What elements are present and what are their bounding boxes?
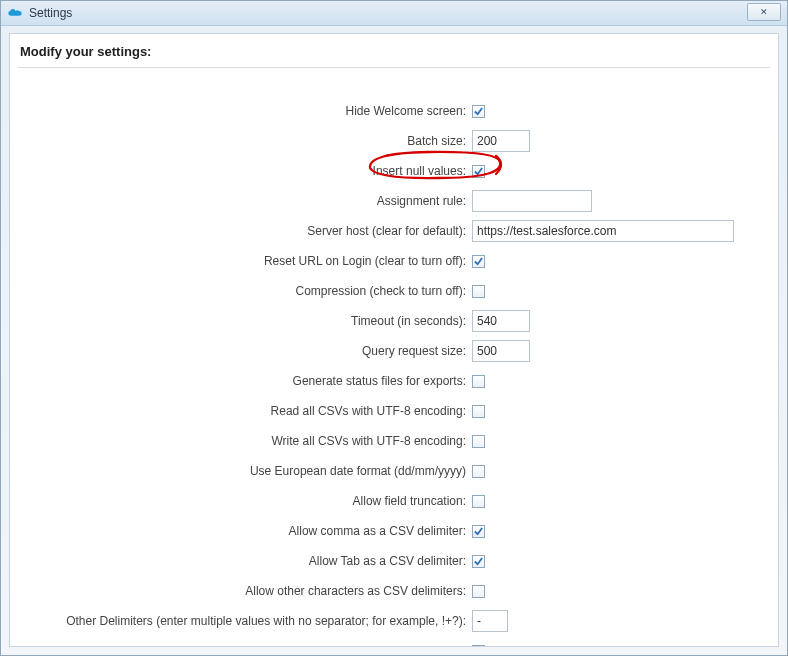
assignment-rule-input[interactable]	[472, 190, 592, 212]
compression-label: Compression (check to turn off):	[18, 284, 472, 298]
read-utf8-checkbox[interactable]	[472, 405, 485, 418]
close-button[interactable]: ✕	[747, 3, 781, 21]
other-delims-input[interactable]	[472, 610, 508, 632]
hide-welcome-label: Hide Welcome screen:	[18, 104, 472, 118]
gen-status-label: Generate status files for exports:	[18, 374, 472, 388]
cloud-icon	[7, 5, 23, 21]
read-utf8-label: Read all CSVs with UTF-8 encoding:	[18, 404, 472, 418]
insert-null-checkbox[interactable]	[472, 165, 485, 178]
tab-delim-label: Allow Tab as a CSV delimiter:	[18, 554, 472, 568]
reset-url-label: Reset URL on Login (clear to turn off):	[18, 254, 472, 268]
tab-delim-checkbox[interactable]	[472, 555, 485, 568]
insert-null-label: Insert null values:	[18, 164, 472, 178]
euro-date-label: Use European date format (dd/mm/yyyy)	[18, 464, 472, 478]
window-title: Settings	[29, 6, 72, 20]
server-host-input[interactable]	[472, 220, 734, 242]
hide-welcome-checkbox[interactable]	[472, 105, 485, 118]
query-size-input[interactable]	[472, 340, 530, 362]
titlebar: Settings ✕	[1, 1, 787, 26]
other-chars-checkbox[interactable]	[472, 585, 485, 598]
reset-url-checkbox[interactable]	[472, 255, 485, 268]
timeout-label: Timeout (in seconds):	[18, 314, 472, 328]
compression-checkbox[interactable]	[472, 285, 485, 298]
write-utf8-checkbox[interactable]	[472, 435, 485, 448]
query-size-label: Query request size:	[18, 344, 472, 358]
timeout-input[interactable]	[472, 310, 530, 332]
use-bulk-label: Use Bulk API:	[18, 644, 472, 647]
batch-size-input[interactable]	[472, 130, 530, 152]
field-trunc-label: Allow field truncation:	[18, 494, 472, 508]
gen-status-checkbox[interactable]	[472, 375, 485, 388]
use-bulk-checkbox[interactable]	[472, 645, 485, 648]
field-trunc-checkbox[interactable]	[472, 495, 485, 508]
batch-size-label: Batch size:	[18, 134, 472, 148]
comma-delim-checkbox[interactable]	[472, 525, 485, 538]
settings-window: Settings ✕ Modify your settings: Hide We…	[0, 0, 788, 656]
euro-date-checkbox[interactable]	[472, 465, 485, 478]
other-delims-label: Other Delimiters (enter multiple values …	[18, 614, 472, 628]
write-utf8-label: Write all CSVs with UTF-8 encoding:	[18, 434, 472, 448]
server-host-label: Server host (clear for default):	[18, 224, 472, 238]
close-icon: ✕	[760, 7, 768, 17]
other-chars-label: Allow other characters as CSV delimiters…	[18, 584, 472, 598]
comma-delim-label: Allow comma as a CSV delimiter:	[18, 524, 472, 538]
settings-form: Hide Welcome screen: Batch size: Insert …	[18, 96, 770, 647]
content-panel: Modify your settings: Hide Welcome scree…	[9, 33, 779, 647]
page-title: Modify your settings:	[18, 44, 770, 68]
window-controls: ✕	[747, 3, 781, 21]
assignment-rule-label: Assignment rule:	[18, 194, 472, 208]
